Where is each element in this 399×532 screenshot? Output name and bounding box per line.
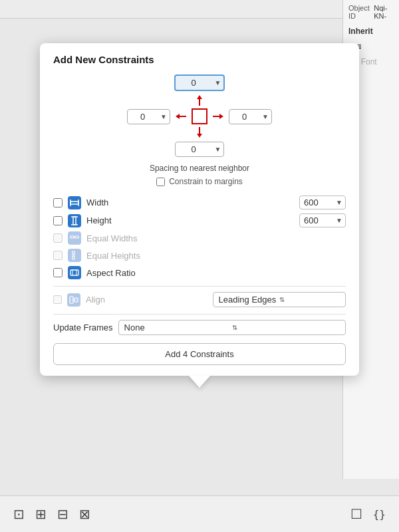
align-dropdown-value: Leading Edges <box>219 295 279 305</box>
inherit-label: Inherit <box>343 24 399 39</box>
svg-rect-6 <box>70 236 74 238</box>
object-id-row: Object ID Nqi-KN- <box>343 0 399 24</box>
equal-widths-label: Equal Widths <box>86 233 346 243</box>
height-icon <box>68 214 81 227</box>
constraint-rows: Width ▼ Height ▼ <box>53 196 346 279</box>
right-spacing-input[interactable] <box>229 110 259 124</box>
svg-rect-10 <box>72 256 74 259</box>
bottom-spacing-container: ▼ <box>175 142 225 157</box>
top-spacing-container: ▼ <box>174 74 225 91</box>
document-toolbar-icon[interactable]: ☐ <box>350 506 362 522</box>
resize-toolbar-icon[interactable]: ⊠ <box>79 506 90 522</box>
constrain-margins-checkbox[interactable] <box>156 178 165 186</box>
spacing-diagram: ▼ ▼ <box>53 74 346 157</box>
top-arrow <box>197 95 202 106</box>
update-frames-arrows: ⇅ <box>232 324 340 331</box>
equal-heights-checkbox <box>53 251 63 260</box>
update-frames-value: None <box>124 323 232 332</box>
bottom-spacing-input-wrapper[interactable]: ▼ <box>175 142 225 157</box>
spacing-label: Spacing to nearest neighbor <box>53 164 346 173</box>
object-id-value: Nqi-KN- <box>374 4 394 20</box>
height-value-arrow[interactable]: ▼ <box>333 217 345 224</box>
align-left-toolbar-icon[interactable]: ⊡ <box>13 506 25 522</box>
right-spacing-arrow[interactable]: ▼ <box>259 112 271 122</box>
h-left-arrow <box>176 114 186 119</box>
height-checkbox[interactable] <box>53 216 63 225</box>
align-center-toolbar-icon[interactable]: ⊞ <box>35 506 47 522</box>
add-constraints-button[interactable]: Add 4 Constraints <box>53 343 346 365</box>
height-row: Height ▼ <box>53 213 346 227</box>
width-value-arrow[interactable]: ▼ <box>333 199 345 206</box>
align-dropdown[interactable]: Leading Edges ⇅ <box>213 292 346 307</box>
toolbar-icons-left: ⊡ ⊞ ⊟ ⊠ <box>13 506 90 522</box>
svg-rect-12 <box>70 270 78 275</box>
svg-rect-9 <box>72 251 74 255</box>
height-label: Height <box>86 215 294 225</box>
width-label: Width <box>86 198 294 207</box>
update-frames-label: Update Frames <box>53 323 113 332</box>
left-spacing-input-wrapper[interactable]: ▼ <box>127 109 170 124</box>
top-spacing-input[interactable] <box>176 76 212 90</box>
align-label: Align <box>86 295 207 305</box>
svg-rect-7 <box>75 236 78 238</box>
top-spacing-input-wrapper[interactable]: ▼ <box>174 74 225 91</box>
constrain-margins-label: Constrain to margins <box>169 177 243 186</box>
width-row: Width ▼ <box>53 196 346 209</box>
aspect-ratio-checkbox[interactable] <box>53 268 63 277</box>
left-spacing-input[interactable] <box>128 110 158 124</box>
width-icon <box>68 196 81 209</box>
equal-heights-row: Equal Heights <box>53 249 346 262</box>
dialog-title: Add New Constraints <box>53 54 346 65</box>
equal-heights-icon <box>68 249 81 262</box>
bottom-spacing-arrow[interactable]: ▼ <box>212 144 224 154</box>
aspect-ratio-row: Aspect Ratio <box>53 266 346 279</box>
constrain-margins-row: Constrain to margins <box>53 177 346 186</box>
h-right-arrow <box>213 114 223 119</box>
width-value-wrapper[interactable]: ▼ <box>299 196 346 209</box>
code-toolbar-icon[interactable]: {} <box>373 508 386 521</box>
equal-heights-label: Equal Heights <box>86 251 346 261</box>
align-row: Align Leading Edges ⇅ <box>53 292 346 307</box>
divider-2 <box>53 314 346 315</box>
top-spacing-arrow[interactable]: ▼ <box>212 78 224 88</box>
update-frames-dropdown[interactable]: None ⇅ <box>118 320 346 335</box>
add-constraints-dialog: Add New Constraints ▼ ▼ <box>40 43 359 376</box>
align-dropdown-arrows: ⇅ <box>279 296 340 303</box>
aspect-ratio-label: Aspect Ratio <box>86 268 346 278</box>
height-value-wrapper[interactable]: ▼ <box>299 213 346 227</box>
width-checkbox[interactable] <box>53 198 63 207</box>
right-spacing-input-wrapper[interactable]: ▼ <box>229 109 272 124</box>
bottom-arrow <box>197 127 202 138</box>
toolbar-icons-right: ☐ {} <box>350 506 386 522</box>
object-id-label: Object ID <box>348 4 372 20</box>
align-icon <box>67 293 80 307</box>
pin-toolbar-icon[interactable]: ⊟ <box>57 506 68 522</box>
height-value-input[interactable] <box>300 214 333 227</box>
bottom-toolbar: ⊡ ⊞ ⊟ ⊠ ☐ {} <box>0 495 399 532</box>
left-spacing-arrow[interactable]: ▼ <box>158 112 170 122</box>
align-checkbox <box>53 295 62 304</box>
equal-widths-icon <box>68 231 81 245</box>
svg-rect-3 <box>73 217 76 225</box>
bottom-spacing-input[interactable] <box>176 142 212 156</box>
spacing-middle-row: ▼ ▼ <box>127 108 272 124</box>
window-titlebar: ✕ <box>0 0 399 19</box>
divider-1 <box>53 286 346 287</box>
equal-widths-row: Equal Widths <box>53 231 346 245</box>
center-constraint-box <box>192 108 207 124</box>
aspect-ratio-icon <box>68 266 81 279</box>
svg-rect-0 <box>70 201 78 204</box>
width-value-input[interactable] <box>300 196 333 209</box>
equal-widths-checkbox <box>53 233 63 243</box>
update-frames-row: Update Frames None ⇅ <box>53 320 346 335</box>
